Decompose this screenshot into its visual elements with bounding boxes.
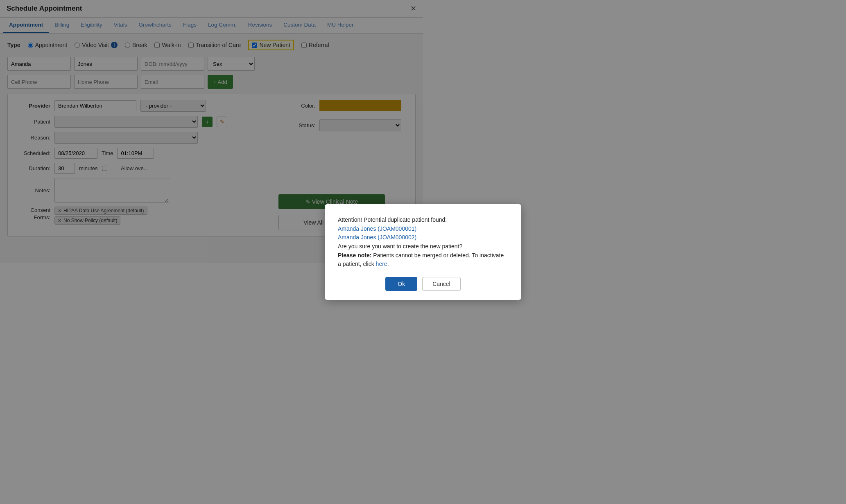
dialog-note-label: Please note: <box>338 252 371 259</box>
dialog-body: Attention! Potential duplicate patient f… <box>338 216 423 263</box>
duplicate-patient-dialog: Attention! Potential duplicate patient f… <box>325 204 423 263</box>
dialog-question: Are you sure you want to create the new … <box>338 243 423 250</box>
modal-overlay: Attention! Potential duplicate patient f… <box>0 0 423 263</box>
dialog-attention-text: Attention! Potential duplicate patient f… <box>338 216 423 223</box>
dialog-note-period: . <box>387 261 389 263</box>
dialog-here-link[interactable]: here <box>376 261 387 263</box>
dialog-match1[interactable]: Amanda Jones (JOAM000001) <box>338 225 416 232</box>
dialog-match2[interactable]: Amanda Jones (JOAM000002) <box>338 234 416 241</box>
